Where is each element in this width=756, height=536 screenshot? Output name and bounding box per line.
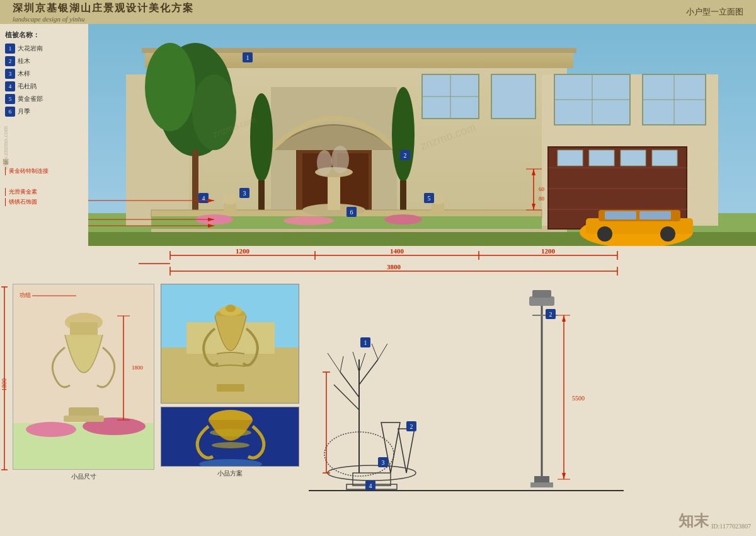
svg-text:2: 2 <box>410 423 413 430</box>
svg-point-46 <box>392 87 415 182</box>
svg-text:2: 2 <box>404 152 407 159</box>
photo-caption: 小品方案 <box>161 469 299 478</box>
svg-point-52 <box>317 150 332 175</box>
svg-text:3: 3 <box>382 459 385 466</box>
svg-rect-30 <box>589 150 614 166</box>
legend-panel: 植被名称： 1 大花岩南 2 桂木 3 木样 4 毛杜鹃 5 黄金雀部 6 月季… <box>0 24 88 290</box>
svg-text:1400: 1400 <box>390 247 404 255</box>
svg-point-53 <box>331 146 349 173</box>
svg-marker-146 <box>398 429 415 473</box>
legend-label-5: 黄金雀部 <box>18 95 43 103</box>
svg-rect-16 <box>491 74 536 119</box>
legend-item-4: 4 毛杜鹃 <box>5 81 83 91</box>
legend-item-2: 2 桂木 <box>5 56 83 66</box>
svg-line-138 <box>328 353 340 372</box>
legend-item-3: 3 木样 <box>5 69 83 79</box>
svg-rect-29 <box>558 150 583 166</box>
svg-line-137 <box>334 385 359 410</box>
header: 深圳京基银湖山庄景观设计美化方案 landscape design of yin… <box>0 0 756 24</box>
svg-text:5500: 5500 <box>572 395 585 402</box>
svg-text:1: 1 <box>364 339 367 346</box>
svg-text:1200: 1200 <box>236 247 250 255</box>
legend-badge-6: 6 <box>5 107 15 117</box>
annotation-2: 光滑黄金素 <box>5 188 83 196</box>
svg-point-55 <box>222 194 238 204</box>
legend-label-4: 毛杜鹃 <box>18 82 37 91</box>
svg-text:功组: 功组 <box>20 292 31 298</box>
dimensions-area: 1200 1400 1200 3800 1200 <box>88 246 756 281</box>
svg-rect-36 <box>605 211 636 219</box>
svg-point-41 <box>145 43 195 131</box>
svg-line-140 <box>378 344 387 359</box>
svg-rect-43 <box>192 150 198 219</box>
legend-label-1: 大花岩南 <box>18 44 43 53</box>
svg-rect-37 <box>639 211 671 219</box>
svg-text:1200: 1200 <box>541 247 556 255</box>
svg-text:5: 5 <box>428 195 431 202</box>
svg-rect-166 <box>530 482 553 487</box>
photo-section: 小品方案 <box>161 284 299 536</box>
annotation-1: 黄金砖特制连接 <box>5 167 83 175</box>
svg-point-61 <box>384 214 422 224</box>
legend-badge-1: 1 <box>5 44 15 54</box>
svg-line-141 <box>372 344 378 359</box>
svg-point-38 <box>597 226 612 242</box>
svg-rect-31 <box>621 150 646 166</box>
svg-rect-115 <box>64 416 104 422</box>
svg-rect-165 <box>534 476 549 482</box>
legend-badge-4: 4 <box>5 81 15 91</box>
svg-marker-171 <box>562 473 566 479</box>
legend-badge-5: 5 <box>5 94 15 104</box>
svg-point-44 <box>250 93 273 182</box>
svg-text:2: 2 <box>549 311 553 318</box>
header-subtitle: landscape design of yinhu <box>13 15 194 23</box>
legend-label-2: 桂木 <box>18 57 30 66</box>
svg-text:1: 1 <box>246 54 249 61</box>
svg-rect-113 <box>70 322 98 335</box>
svg-text:80: 80 <box>539 195 545 202</box>
svg-line-139 <box>340 356 343 372</box>
legend-item-6: 6 月季 <box>5 107 83 117</box>
small-item-caption: 小品尺寸 <box>13 472 154 481</box>
legend-label-3: 木样 <box>18 69 30 78</box>
svg-point-110 <box>26 422 76 437</box>
svg-text:3800: 3800 <box>387 263 401 271</box>
svg-text:4: 4 <box>369 482 372 489</box>
legend-item-1: 1 大花岩南 <box>5 44 83 54</box>
svg-rect-114 <box>69 407 99 417</box>
svg-text:6: 6 <box>350 209 353 216</box>
svg-rect-50 <box>328 175 340 210</box>
svg-point-131 <box>210 429 251 436</box>
svg-point-132 <box>212 442 249 448</box>
header-title: 深圳京基银湖山庄景观设计美化方案 <box>13 2 194 15</box>
legend-item-5: 5 黄金雀部 <box>5 94 83 104</box>
svg-line-143 <box>353 352 359 372</box>
svg-point-128 <box>226 305 236 312</box>
svg-rect-126 <box>217 384 244 392</box>
svg-text:60: 60 <box>539 186 545 192</box>
svg-point-39 <box>660 226 675 242</box>
svg-rect-32 <box>652 150 677 166</box>
legend-badge-3: 3 <box>5 69 15 79</box>
svg-text:1800: 1800 <box>1 378 8 391</box>
left-watermark: 知末网www.znzmo.com <box>1 126 10 170</box>
annotation-3: 锈锈石饰圆 <box>5 198 83 206</box>
svg-text:3: 3 <box>243 190 246 197</box>
svg-marker-170 <box>562 315 566 322</box>
small-item-section: 1800 功组 小品尺寸 <box>13 284 154 536</box>
legend-badge-2: 2 <box>5 56 15 66</box>
id-text: ID:1177023807 <box>711 523 751 530</box>
main-elevation-image: 1 2 3 4 5 6 60 80 znzmo.com znzmo.com <box>88 24 756 270</box>
svg-rect-162 <box>529 296 554 306</box>
header-right-label: 小户型一立面图 <box>686 6 743 18</box>
legend-title: 植被名称： <box>5 30 83 40</box>
svg-line-142 <box>359 353 365 372</box>
bottom-section: 1800 <box>0 281 756 536</box>
svg-rect-163 <box>532 290 551 298</box>
svg-text:1800: 1800 <box>132 364 144 371</box>
legend-label-6: 月季 <box>18 107 30 116</box>
tree-pole-section: 1 2 3 4 5 <box>309 284 756 536</box>
svg-point-60 <box>284 216 334 225</box>
site-logo: 知末 <box>679 511 709 531</box>
svg-rect-123 <box>161 347 299 404</box>
